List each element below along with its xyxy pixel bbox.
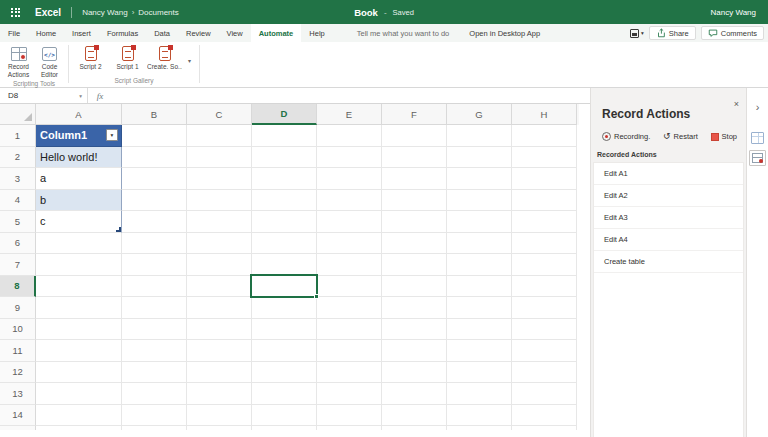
cell-G2[interactable] xyxy=(447,147,512,169)
cell-G6[interactable] xyxy=(447,233,512,255)
tab-help[interactable]: Help xyxy=(301,24,332,42)
script-2-button[interactable]: Script 2 xyxy=(73,45,108,70)
tab-insert[interactable]: Insert xyxy=(64,24,99,42)
cell-A2[interactable]: Hello world! xyxy=(36,147,122,169)
cell-C9[interactable] xyxy=(187,297,252,319)
cell-H3[interactable] xyxy=(512,168,577,190)
cell-B1[interactable] xyxy=(122,125,187,147)
cell-E12[interactable] xyxy=(317,362,382,384)
cell-A10[interactable] xyxy=(36,319,122,341)
open-in-desktop-button[interactable]: Open in Desktop App xyxy=(461,24,548,42)
cell-B9[interactable] xyxy=(122,297,187,319)
cell-G7[interactable] xyxy=(447,254,512,276)
cell-F14[interactable] xyxy=(382,405,447,427)
cell-H9[interactable] xyxy=(512,297,577,319)
restart-button[interactable]: ↺ Restart xyxy=(663,132,698,141)
cell-D9[interactable] xyxy=(252,297,317,319)
cell-H11[interactable] xyxy=(512,340,577,362)
row-header-5[interactable]: 5 xyxy=(0,211,36,233)
tab-data[interactable]: Data xyxy=(146,24,178,42)
cell-G4[interactable] xyxy=(447,190,512,212)
stop-button[interactable]: Stop xyxy=(711,132,737,141)
cell-G8[interactable] xyxy=(447,276,512,298)
tab-review[interactable]: Review xyxy=(178,24,219,42)
cell-C14[interactable] xyxy=(187,405,252,427)
cell-D3[interactable] xyxy=(252,168,317,190)
cell-C2[interactable] xyxy=(187,147,252,169)
document-title[interactable]: Book xyxy=(354,7,378,18)
row-header-3[interactable]: 3 xyxy=(0,168,36,190)
cell-A11[interactable] xyxy=(36,340,122,362)
tab-home[interactable]: Home xyxy=(28,24,64,42)
cell-H7[interactable] xyxy=(512,254,577,276)
record-actions-panel-icon[interactable] xyxy=(749,150,766,166)
app-launcher-icon[interactable] xyxy=(11,8,20,17)
column-header-H[interactable]: H xyxy=(512,104,577,125)
name-box[interactable]: D8 ▾ xyxy=(0,88,88,103)
cell-E2[interactable] xyxy=(317,147,382,169)
cell-G3[interactable] xyxy=(447,168,512,190)
row-header-11[interactable]: 11 xyxy=(0,340,36,362)
script-1-button[interactable]: Script 1 xyxy=(110,45,145,70)
cell-H13[interactable] xyxy=(512,383,577,405)
row-header-14[interactable]: 14 xyxy=(0,405,36,427)
cell-A15[interactable] xyxy=(36,426,122,430)
cell-F7[interactable] xyxy=(382,254,447,276)
cell-D13[interactable] xyxy=(252,383,317,405)
comments-button[interactable]: Comments xyxy=(701,26,764,40)
cell-A9[interactable] xyxy=(36,297,122,319)
cell-H12[interactable] xyxy=(512,362,577,384)
create-script-button[interactable]: Create. So... xyxy=(147,45,182,70)
cell-G12[interactable] xyxy=(447,362,512,384)
cell-B15[interactable] xyxy=(122,426,187,430)
tell-me-box[interactable]: Tell me what you want to do xyxy=(349,24,458,42)
cell-E13[interactable] xyxy=(317,383,382,405)
cell-C4[interactable] xyxy=(187,190,252,212)
fx-icon[interactable]: fx xyxy=(88,91,112,101)
cell-G1[interactable] xyxy=(447,125,512,147)
cell-F1[interactable] xyxy=(382,125,447,147)
cell-A7[interactable] xyxy=(36,254,122,276)
cell-A14[interactable] xyxy=(36,405,122,427)
cell-E14[interactable] xyxy=(317,405,382,427)
recorded-action-item[interactable]: Edit A2 xyxy=(594,185,743,207)
cell-C8[interactable] xyxy=(187,276,252,298)
cell-H2[interactable] xyxy=(512,147,577,169)
cell-F5[interactable] xyxy=(382,211,447,233)
filter-dropdown-icon[interactable]: ▾ xyxy=(106,129,118,141)
cell-A13[interactable] xyxy=(36,383,122,405)
cell-F9[interactable] xyxy=(382,297,447,319)
cell-B11[interactable] xyxy=(122,340,187,362)
cell-H14[interactable] xyxy=(512,405,577,427)
cell-G13[interactable] xyxy=(447,383,512,405)
cell-F8[interactable] xyxy=(382,276,447,298)
cell-A3[interactable]: a xyxy=(36,168,122,190)
cell-B2[interactable] xyxy=(122,147,187,169)
cell-D6[interactable] xyxy=(252,233,317,255)
cell-E10[interactable] xyxy=(317,319,382,341)
cell-D7[interactable] xyxy=(252,254,317,276)
cell-A4[interactable]: b xyxy=(36,190,122,212)
gallery-more-icon[interactable]: ▾ xyxy=(184,57,195,64)
row-header-8[interactable]: 8 xyxy=(0,276,36,298)
breadcrumb-user[interactable]: Nancy Wang xyxy=(82,8,128,17)
row-header-6[interactable]: 6 xyxy=(0,233,36,255)
cell-F10[interactable] xyxy=(382,319,447,341)
tab-automate[interactable]: Automate xyxy=(251,24,302,42)
cell-E6[interactable] xyxy=(317,233,382,255)
recorded-action-item[interactable]: Edit A4 xyxy=(594,229,743,251)
cell-D4[interactable] xyxy=(252,190,317,212)
cell-H1[interactable] xyxy=(512,125,577,147)
collapse-panel-icon[interactable]: › xyxy=(747,102,768,113)
row-header-15[interactable]: 15 xyxy=(0,426,36,430)
cell-D14[interactable] xyxy=(252,405,317,427)
cell-B8[interactable] xyxy=(122,276,187,298)
cell-D2[interactable] xyxy=(252,147,317,169)
recorded-action-item[interactable]: Edit A1 xyxy=(594,163,743,185)
cell-A8[interactable] xyxy=(36,276,122,298)
row-header-10[interactable]: 10 xyxy=(0,319,36,341)
recorded-action-item[interactable]: Edit A3 xyxy=(594,207,743,229)
cell-E3[interactable] xyxy=(317,168,382,190)
cell-C11[interactable] xyxy=(187,340,252,362)
cell-H4[interactable] xyxy=(512,190,577,212)
